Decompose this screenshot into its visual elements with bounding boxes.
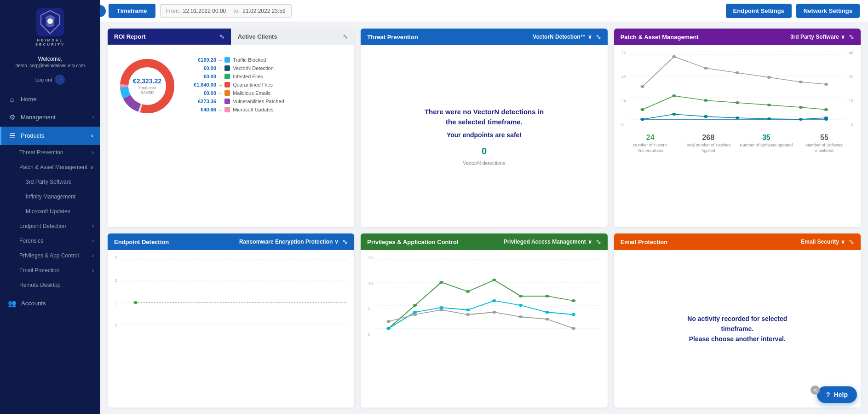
sidebar-item-home[interactable]: ⌂ Home — [0, 90, 100, 108]
svg-point-21 — [672, 94, 676, 97]
logout-label: Log out — [35, 77, 52, 82]
legend-dot-traffic — [224, 57, 230, 63]
legend-item-vectorn: €0.00 – VectorN Detection — [189, 65, 347, 71]
help-button[interactable]: ? Help — [817, 386, 857, 403]
svg-point-15 — [704, 67, 707, 70]
privileges-dropdown[interactable]: Privileged Access Management ∨ — [504, 239, 592, 245]
sidebar-item-patch-asset[interactable]: Patch & Asset Management ∨ — [0, 160, 100, 175]
sidebar-item-endpoint-detection[interactable]: Endpoint Detection › — [0, 219, 100, 233]
patch-stat-software-monitored: 55 Number of Software monitored — [795, 132, 853, 155]
chevron-down-icon: ∨ — [841, 34, 845, 40]
endpoint-chart-wrapper: 3 2 1 0 — [115, 255, 347, 328]
sidebar-item-label: Accounts — [21, 300, 46, 307]
email-expand-icon[interactable]: ⤡ — [849, 238, 854, 245]
active-clients-title: Active Clients — [238, 33, 277, 40]
sidebar-item-label: 3rd Party Software — [26, 179, 71, 185]
svg-point-34 — [640, 118, 644, 121]
legend-dot-malicious — [224, 90, 230, 96]
patch-dropdown[interactable]: 3rd Party Software ∨ — [790, 34, 845, 40]
email-body: No activity recorded for selected timefr… — [614, 250, 861, 408]
threat-title: Threat Prevention — [367, 34, 418, 41]
email-header-right: Email Security ∨ ⤡ — [801, 238, 854, 245]
roi-expand-icon[interactable]: ⤡ — [219, 33, 224, 40]
privileges-header-right: Privileged Access Management ∨ ⤡ — [504, 238, 601, 245]
sidebar-item-label: Management — [21, 114, 56, 121]
sidebar-item-management[interactable]: ⚙ Management › — [0, 108, 100, 127]
sidebar-item-label: Endpoint Detection — [19, 223, 66, 229]
timeframe-button[interactable]: Timeframe — [109, 4, 155, 18]
endpoint-settings-button[interactable]: Endpoint Settings — [726, 4, 792, 18]
roi-legend: €169.20 – Traffic Blocked €0.00 – Vector… — [189, 57, 347, 115]
user-info: Welcome, demo_corp@heimdalsecurity.com — [0, 51, 100, 69]
logo-area: HEIMDAL SECURITY — [0, 0, 100, 51]
threat-dropdown[interactable]: VectorN Detection™ ∨ — [533, 34, 592, 40]
threat-header: Threat Prevention VectorN Detection™ ∨ ⤡ — [361, 29, 607, 45]
svg-point-16 — [736, 71, 739, 74]
threat-expand-icon[interactable]: ⤡ — [596, 33, 601, 41]
network-settings-button[interactable]: Network Settings — [796, 4, 860, 18]
threat-header-right: VectorN Detection™ ∨ ⤡ — [533, 33, 601, 41]
sidebar-item-remote-desktop[interactable]: Remote Desktop — [0, 278, 100, 292]
chevron-right-icon: › — [92, 252, 94, 259]
svg-point-13 — [640, 85, 644, 88]
sidebar-item-email-protection[interactable]: Email Protection › — [0, 263, 100, 278]
privileges-expand-icon[interactable]: ⤡ — [596, 238, 601, 245]
svg-point-60 — [545, 311, 549, 314]
threat-message: There were no VectorN detections in the … — [425, 107, 544, 128]
endpoint-y-labels: 3 2 1 0 — [115, 255, 117, 328]
patch-body: 72 48 24 0 48 32 16 0 — [614, 45, 861, 227]
svg-point-14 — [672, 55, 676, 58]
donut-center: €2,323.22 Total cost SAVED — [131, 77, 163, 95]
chevron-right-icon: › — [92, 223, 94, 229]
endpoint-chart — [115, 255, 347, 328]
sidebar-collapse-button[interactable]: ‹ — [100, 5, 106, 17]
card-threat-prevention: Threat Prevention VectorN Detection™ ∨ ⤡… — [361, 29, 607, 227]
sidebar-item-label: Forensics — [19, 238, 43, 244]
svg-point-30 — [736, 117, 739, 119]
svg-point-64 — [440, 309, 444, 311]
sidebar-item-label: Privileges & App Control — [19, 252, 79, 259]
chevron-down-icon: ∨ — [334, 239, 339, 245]
legend-dot-infected — [224, 74, 230, 79]
chevron-down-icon: ∨ — [90, 164, 94, 170]
chevron-down-icon: ∨ — [91, 133, 94, 138]
patch-stats: 24 Number of Historic Vulnerabilities 26… — [621, 132, 853, 155]
svg-point-57 — [466, 309, 470, 311]
sidebar-item-forensics[interactable]: Forensics › — [0, 233, 100, 248]
patch-expand-icon[interactable]: ⤡ — [849, 33, 854, 41]
roi-donut-chart: €2,323.22 Total cost SAVED — [115, 54, 179, 118]
sidebar-item-label: Products — [21, 132, 44, 139]
help-close-button[interactable]: ✕ — [811, 385, 820, 395]
email-dropdown[interactable]: Email Security ∨ — [801, 239, 845, 245]
card-roi-active: ROI Report ⤡ Active Clients ⤡ — [108, 29, 354, 227]
legend-item-vulnerabilities: €273.36 – Vulnerabilities Patched — [189, 99, 347, 104]
home-icon: ⌂ — [8, 95, 16, 103]
sidebar-item-infinity[interactable]: Infinity Management — [0, 189, 100, 204]
endpoint-expand-icon[interactable]: ⤡ — [342, 238, 348, 245]
legend-item-infected: €0.00 – Infected Files — [189, 74, 347, 79]
privileges-y-labels: 15 10 5 0 — [368, 255, 373, 338]
sidebar-item-microsoft-updates[interactable]: Microsoft Updates — [0, 204, 100, 219]
sidebar-item-3rd-party[interactable]: 3rd Party Software — [0, 175, 100, 189]
products-icon: ☰ — [8, 132, 16, 140]
svg-point-19 — [824, 83, 828, 86]
sidebar-item-accounts[interactable]: 👥 Accounts — [0, 294, 100, 313]
svg-point-49 — [466, 290, 470, 293]
sidebar-item-label: Email Protection — [19, 267, 59, 274]
sidebar-item-products[interactable]: ☰ Products ∨ — [0, 127, 100, 145]
svg-point-61 — [572, 313, 576, 316]
accounts-icon: 👥 — [8, 299, 17, 308]
chevron-right-icon: › — [92, 238, 94, 244]
logout-button[interactable]: Log out → — [31, 73, 70, 87]
active-clients-expand-icon[interactable]: ⤡ — [343, 33, 348, 40]
endpoint-header: Endpoint Detection Ransomware Encryption… — [108, 233, 354, 250]
sidebar-item-privileges[interactable]: Privileges & App Control › — [0, 248, 100, 263]
roi-label: Total cost SAVED — [131, 86, 163, 95]
endpoint-dropdown[interactable]: Ransomware Encryption Protection ∨ — [239, 239, 339, 245]
svg-point-65 — [466, 313, 470, 316]
logout-icon: → — [55, 75, 65, 85]
roi-amount: €2,323.22 — [131, 77, 163, 85]
sidebar-item-label: Remote Desktop — [19, 282, 60, 288]
sidebar-item-threat-prevention[interactable]: Threat Prevention › — [0, 145, 100, 160]
privileges-chart — [368, 255, 600, 338]
